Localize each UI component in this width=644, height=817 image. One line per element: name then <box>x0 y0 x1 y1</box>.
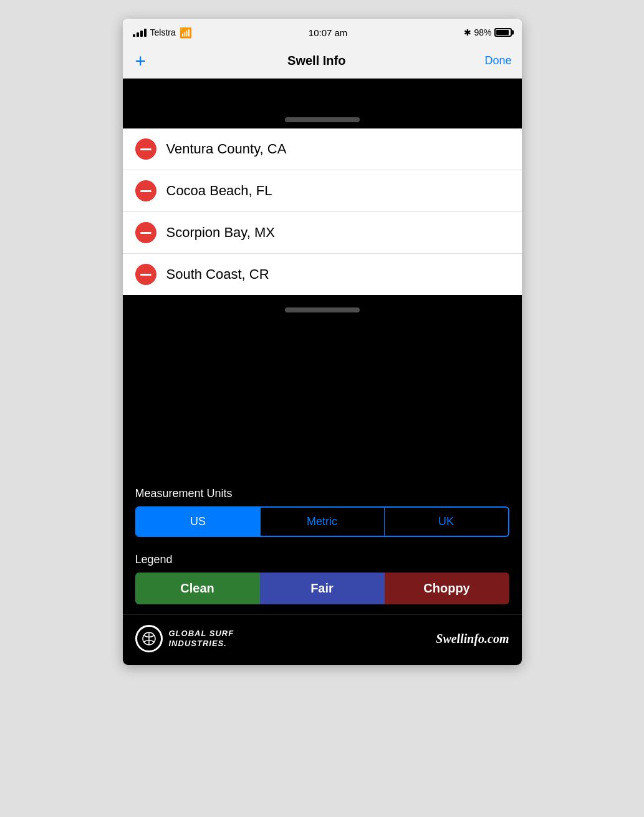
minus-icon <box>140 232 151 234</box>
location-name: Ventura County, CA <box>166 141 287 157</box>
list-item: Scorpion Bay, MX <box>123 212 522 254</box>
gsi-emblem-inner <box>140 630 158 647</box>
unit-selector: US Metric UK <box>135 506 509 537</box>
remove-scorpion-button[interactable] <box>135 222 156 243</box>
status-right: ✱ 98% <box>464 27 511 37</box>
status-left: Telstra 📶 <box>133 27 192 39</box>
gsi-emblem-icon <box>135 625 163 652</box>
map-section-top <box>123 79 522 128</box>
gsi-line2: INDUSTRIES. <box>169 639 234 649</box>
bluetooth-icon: ✱ <box>464 27 471 37</box>
carrier-label: Telstra <box>150 27 176 37</box>
signal-bars-icon <box>133 28 147 37</box>
status-bar: Telstra 📶 10:07 am ✱ 98% <box>123 19 522 46</box>
black-section-bottom <box>123 295 522 487</box>
gsi-logo: GLOBAL SURF INDUSTRIES. <box>135 625 234 652</box>
legend-row: Clean Fair Choppy <box>135 573 509 604</box>
list-item: Ventura County, CA <box>123 128 522 170</box>
minus-icon <box>140 274 151 276</box>
remove-southcoast-button[interactable] <box>135 264 156 285</box>
measurement-section: Measurement Units US Metric UK <box>123 487 522 547</box>
phone-frame: Telstra 📶 10:07 am ✱ 98% + Swell Info Do… <box>123 19 522 665</box>
status-time: 10:07 am <box>309 27 348 38</box>
add-button[interactable]: + <box>133 52 149 70</box>
legend-choppy: Choppy <box>385 573 509 604</box>
location-name: South Coast, CR <box>166 266 269 283</box>
nav-bar: + Swell Info Done <box>123 46 522 79</box>
measurement-label: Measurement Units <box>135 487 509 500</box>
done-button[interactable]: Done <box>484 54 511 67</box>
unit-uk-button[interactable]: UK <box>384 508 508 536</box>
locations-list: Ventura County, CA Cocoa Beach, FL Scorp… <box>123 128 522 295</box>
location-name: Scorpion Bay, MX <box>166 225 275 241</box>
remove-cocoa-button[interactable] <box>135 180 156 201</box>
legend-label: Legend <box>135 553 509 566</box>
gsi-line1: GLOBAL SURF <box>169 629 234 639</box>
minus-icon <box>140 148 151 150</box>
list-item: Cocoa Beach, FL <box>123 170 522 212</box>
page-title: Swell Info <box>287 54 345 68</box>
battery-icon <box>494 28 512 37</box>
battery-fill <box>496 30 509 35</box>
legend-section: Legend Clean Fair Choppy <box>123 547 522 614</box>
minus-icon <box>140 190 151 192</box>
unit-metric-button[interactable]: Metric <box>260 508 384 536</box>
wifi-icon: 📶 <box>180 27 192 39</box>
map-handle <box>285 117 360 122</box>
location-name: Cocoa Beach, FL <box>166 183 272 199</box>
list-item: South Coast, CR <box>123 254 522 295</box>
content-spacer <box>135 325 509 487</box>
black-top-handle <box>135 307 509 325</box>
legend-fair: Fair <box>260 573 385 604</box>
map-handle-bottom <box>285 307 360 312</box>
unit-us-button[interactable]: US <box>137 508 260 536</box>
legend-clean: Clean <box>135 573 260 604</box>
swellinfo-label: Swellinfo.com <box>436 632 509 646</box>
remove-ventura-button[interactable] <box>135 138 156 160</box>
footer-section: GLOBAL SURF INDUSTRIES. Swellinfo.com <box>123 614 522 665</box>
gsi-text: GLOBAL SURF INDUSTRIES. <box>169 629 234 648</box>
battery-percent: 98% <box>474 27 491 37</box>
